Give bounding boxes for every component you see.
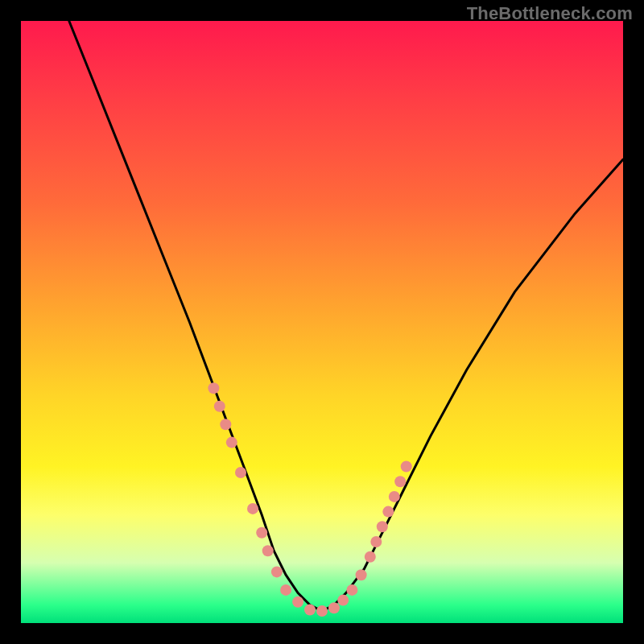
watermark-text: TheBottleneck.com xyxy=(467,3,633,24)
chart-marker xyxy=(356,569,367,580)
chart-marker xyxy=(262,545,274,556)
chart-marker xyxy=(328,602,340,613)
chart-marker xyxy=(280,584,291,596)
chart-marker xyxy=(208,382,219,394)
chart-marker xyxy=(214,401,225,412)
chart-marker xyxy=(235,467,246,478)
chart-markers xyxy=(208,382,411,617)
chart-marker xyxy=(365,551,376,563)
chart-marker xyxy=(337,595,349,606)
chart-marker xyxy=(220,419,231,430)
chart-marker xyxy=(401,461,412,473)
chart-marker xyxy=(271,566,283,577)
chart-marker xyxy=(377,521,388,532)
chart-marker xyxy=(316,605,328,617)
chart-curve xyxy=(69,21,623,611)
chart-marker xyxy=(304,605,316,616)
chart-marker xyxy=(256,527,267,539)
chart-marker xyxy=(247,503,258,514)
chart-plot-area xyxy=(21,21,623,623)
chart-frame: TheBottleneck.com xyxy=(0,0,644,644)
chart-marker xyxy=(382,506,394,518)
chart-marker xyxy=(389,491,400,502)
chart-marker xyxy=(346,584,357,596)
chart-marker xyxy=(292,597,303,608)
chart-marker xyxy=(370,536,382,547)
chart-svg xyxy=(21,21,623,623)
chart-marker xyxy=(394,476,406,487)
chart-marker xyxy=(226,437,237,448)
